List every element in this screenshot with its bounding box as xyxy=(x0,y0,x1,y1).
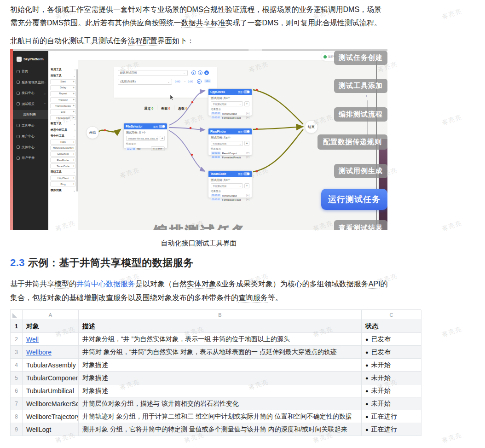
result-row: 00:00:00ResultOutput[空] xyxy=(208,151,252,155)
cell-status[interactable]: ●未开始 xyxy=(362,359,421,372)
text-segment: 界面如下： xyxy=(157,37,194,45)
case-select[interactable]: 卡片测试用例⌄ xyxy=(211,183,243,188)
select-row: 卡片测试用例⌄+ xyxy=(208,141,252,146)
embedded-screenshot: ~ SkyPlatform 首页服务管理及监控⌄接口中心⌄测试场景⌃流程列表工具… xyxy=(10,49,387,230)
cell-description[interactable]: 测井对象 分组，它将井筒中的特定测 量值或多个测量值与该井筒 内的深度和/或时间… xyxy=(79,423,362,436)
row-number[interactable]: 9 xyxy=(11,423,23,436)
case-select[interactable]: 卡片测试用例⌄ xyxy=(211,101,243,106)
enable-toggle[interactable] xyxy=(243,130,250,133)
case-select[interactable]: 卡片测试用例⌄ xyxy=(211,141,243,146)
text-segment: 的 xyxy=(69,280,76,288)
workflow-step-label: 运行测试任务 xyxy=(321,189,387,210)
cell-status[interactable]: ●已发布 xyxy=(362,333,421,346)
inline-link[interactable]: 井筒中心数据服务 xyxy=(76,280,135,288)
cell-description[interactable]: 对象描述 xyxy=(79,384,362,397)
status-dot-icon: ● xyxy=(365,414,369,419)
case-select-value: 卡片测试用例 xyxy=(213,185,226,187)
result-row: 00:00:00ResultOutput[空] xyxy=(208,193,252,198)
enable-toggle[interactable] xyxy=(159,125,165,128)
cell-object[interactable]: WellboreTrajectory xyxy=(23,410,79,423)
cell-status[interactable]: ●未开始 xyxy=(362,384,421,397)
status-text: 未开始 xyxy=(371,361,391,369)
cell-description[interactable]: 井筒层位对象分组，描述与 该井筒相交的岩石岩性变化 xyxy=(79,397,362,410)
cell-object[interactable]: TubularComponent xyxy=(23,372,79,384)
node-tscancode[interactable]: TscanCode禁用测试用例: 共3个卡片测试用例⌄+结果显示00:00:00… xyxy=(208,170,252,198)
cell-description[interactable]: 描述 xyxy=(79,320,362,333)
cell-status[interactable]: ●未开始 xyxy=(362,372,421,384)
text-segment: 是以对象（自然 xyxy=(135,280,187,288)
cell-object[interactable]: TubularUmbilical xyxy=(23,384,79,397)
canvas-zoom-in[interactable]: + xyxy=(365,94,368,98)
result-name: FormattedResult xyxy=(222,156,241,159)
add-button[interactable]: + xyxy=(244,141,249,146)
row-number[interactable]: 2 xyxy=(11,333,23,346)
object-name: 对象 xyxy=(26,322,39,331)
add-button[interactable]: + xyxy=(244,101,249,106)
row-number[interactable]: 8 xyxy=(11,410,23,423)
row-number[interactable]: 7 xyxy=(11,397,23,410)
cell-status[interactable]: ●未开始 xyxy=(362,397,421,410)
text-segment: 示例：基于井筒共享 xyxy=(25,257,121,268)
table-row: 2Well井对象分组，“井 ”为自然实体对象，表示一组 井筒的位于地面以上的源头… xyxy=(11,333,421,346)
time-chip: 00:00:00 xyxy=(211,194,221,197)
mouse-cursor-icon xyxy=(170,95,173,100)
add-button[interactable]: + xyxy=(160,136,165,141)
cell-status[interactable]: ●正在进行 xyxy=(362,410,421,423)
row-number[interactable]: 5 xyxy=(11,372,23,384)
column-letter-row: ABC xyxy=(11,310,421,320)
cell-description[interactable]: 井筒轨迹对 象分组，用于计算二维和三 维空间中计划或实际井筒的 位置和空间不确定… xyxy=(79,410,362,423)
body-paragraph: 基于井筒共享模型的井筒中心数据服务是以对象（自然实体对象&业务成果类对象）为核心… xyxy=(10,277,388,305)
row-number[interactable]: 3 xyxy=(11,346,23,359)
enable-toggle[interactable] xyxy=(243,172,250,175)
node-fileselector[interactable]: FileSelector 禁用 测试用例: 共7个 testcase file:… xyxy=(123,123,167,149)
testcase-count: 测试用例: 共5个 xyxy=(208,134,252,141)
cell-description[interactable]: 对象描述 xyxy=(79,359,362,372)
cell-description[interactable]: 对象描述 xyxy=(79,372,362,384)
video-subtitle: 编排测试任务 xyxy=(154,222,248,230)
empty-tag: [空] xyxy=(246,116,249,119)
chevron-down-icon: ⌄ xyxy=(239,142,241,145)
select-row: 卡片测试用例⌄+ xyxy=(208,183,252,188)
cell-status[interactable]: ●正在进行 xyxy=(362,423,421,436)
cell-object[interactable]: 对象 xyxy=(23,320,79,333)
end-node[interactable]: 结束 xyxy=(305,120,318,134)
end-node-label: 结束 xyxy=(308,125,315,129)
column-letter[interactable]: C xyxy=(362,310,421,320)
object-link[interactable]: Wellbore xyxy=(26,349,52,356)
node-header: CppCheck禁用 xyxy=(208,89,252,95)
cell-object[interactable]: Well xyxy=(23,333,79,346)
object-link[interactable]: Well xyxy=(26,336,39,343)
table-row: 4TubularAssembly对象描述●未开始 xyxy=(11,359,421,372)
open-file-button[interactable]: 打开文件 xyxy=(151,146,165,151)
status-dot-icon: ● xyxy=(365,375,369,381)
cell-status[interactable]: ●已发布 xyxy=(362,346,421,359)
chevron-down-icon: ⌄ xyxy=(239,185,241,187)
row-number[interactable]: 4 xyxy=(11,359,23,372)
row-number[interactable]: 6 xyxy=(11,384,23,397)
status-text: 状态 xyxy=(365,322,378,331)
column-letter[interactable]: A xyxy=(23,310,79,320)
cell-object[interactable]: Wellbore xyxy=(23,346,79,359)
cell-status[interactable]: 状态 xyxy=(362,320,421,333)
select-all-corner[interactable] xyxy=(11,310,23,320)
cell-object[interactable]: WellboreMarkerSet xyxy=(23,397,79,410)
row-number[interactable]: 1 xyxy=(11,320,23,333)
cell-object[interactable]: WellLogt xyxy=(23,423,79,436)
result-row: 00:00:00FormattedResult[空] xyxy=(208,198,252,202)
start-node[interactable]: 开始 xyxy=(86,126,99,139)
add-button[interactable]: + xyxy=(244,183,249,188)
cell-description[interactable]: 井对象分组，“井 ”为自然实体对象，表示一组 井筒的位于地面以上的源头 xyxy=(79,333,362,346)
text-segment: 查询服务 xyxy=(238,294,268,303)
testcase-count: 测试用例: 共4个 xyxy=(208,95,252,101)
document-page: 初始化时，各领域工作室需提供一套针对本专业场景的DMS合规性验证流程，根据场景的… xyxy=(0,0,485,448)
testcase-count: 测试用例: 共7个 xyxy=(124,129,167,136)
node-flawfinder[interactable]: FlawFinder禁用测试用例: 共5个卡片测试用例⌄+结果显示00:00:0… xyxy=(208,128,252,156)
column-letter[interactable]: B xyxy=(79,310,362,320)
result-label: 结果显示 xyxy=(124,141,167,146)
file-select[interactable]: testcase file:sta_ana_data_star ⌄ xyxy=(126,136,158,141)
cell-object[interactable]: TubularAssembly xyxy=(23,359,79,372)
case-select-value: 卡片测试用例 xyxy=(213,142,226,145)
node-cppcheck[interactable]: CppCheck禁用测试用例: 共4个卡片测试用例⌄+结果显示00:00:00R… xyxy=(208,88,252,116)
cell-description[interactable]: 井筒对 象分组，“井筒”为自然实体 对象，表示从地球表面的一 点延伸到最大穿透点… xyxy=(79,346,362,359)
enable-toggle[interactable] xyxy=(243,90,250,93)
